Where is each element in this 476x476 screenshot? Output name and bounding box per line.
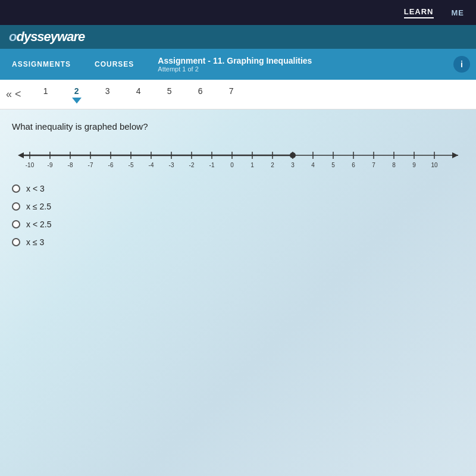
info-icon[interactable]: i	[453, 56, 470, 73]
svg-text:-8: -8	[68, 162, 73, 168]
radio-d[interactable]	[12, 238, 20, 246]
svg-text:-9: -9	[48, 162, 53, 168]
svg-text:-3: -3	[169, 162, 174, 168]
number-line-svg: -10 -9 -8 -7 -6 -5 -4 -3 -2 -1 0 1 2	[12, 142, 464, 172]
choice-d-text: x ≤ 3	[26, 237, 44, 247]
choice-a[interactable]: x < 3	[12, 184, 464, 193]
svg-text:-6: -6	[108, 162, 114, 168]
num-6[interactable]: 6	[185, 86, 216, 96]
num-7[interactable]: 7	[216, 86, 247, 96]
assignment-title: Assignment - 11. Graphing Inequalities	[158, 56, 441, 65]
svg-text:1: 1	[250, 162, 254, 168]
svg-text:3: 3	[291, 162, 295, 168]
num-4[interactable]: 4	[123, 86, 154, 96]
question-number-line: -10 -9 -8 -7 -6 -5 -4 -3 -2 -1 0 1 2	[12, 142, 464, 172]
svg-text:-4: -4	[149, 162, 154, 168]
brand-logo: odysseyware	[9, 29, 84, 45]
nav-learn[interactable]: LEARN	[404, 7, 434, 18]
num-3[interactable]: 3	[92, 86, 123, 96]
radio-c[interactable]	[12, 220, 20, 228]
choice-b[interactable]: x ≤ 2.5	[12, 202, 464, 211]
svg-text:8: 8	[392, 162, 396, 168]
question-text: What inequality is graphed below?	[12, 121, 464, 131]
svg-text:9: 9	[412, 162, 416, 168]
nav-me[interactable]: ME	[452, 8, 465, 17]
brand-bar: odysseyware	[0, 25, 476, 49]
assignment-info: Assignment - 11. Graphing Inequalities A…	[146, 56, 453, 73]
svg-text:2: 2	[271, 162, 274, 168]
number-line-nav: « < 1 2 3 4 5 6 7	[0, 80, 476, 109]
nav-left[interactable]: <	[15, 88, 21, 101]
choice-a-text: x < 3	[26, 184, 45, 193]
svg-text:6: 6	[352, 162, 355, 168]
svg-text:7: 7	[372, 162, 375, 168]
main-content: What inequality is graphed below? -10 -9…	[0, 109, 476, 476]
nav-assignments[interactable]: ASSIGNMENTS	[0, 49, 83, 80]
num-5[interactable]: 5	[154, 86, 185, 96]
svg-text:-1: -1	[209, 162, 215, 168]
nav-double-left[interactable]: «	[6, 88, 12, 101]
radio-a[interactable]	[12, 184, 20, 193]
svg-text:-10: -10	[26, 162, 35, 168]
answer-choices: x < 3 x ≤ 2.5 x < 2.5 x ≤ 3	[12, 184, 464, 247]
choice-d[interactable]: x ≤ 3	[12, 237, 464, 247]
choice-b-text: x ≤ 2.5	[26, 202, 51, 211]
svg-text:0: 0	[230, 162, 234, 168]
choice-c-text: x < 2.5	[26, 220, 51, 229]
svg-text:4: 4	[311, 162, 315, 168]
svg-text:10: 10	[431, 162, 438, 168]
num-2[interactable]: 2	[61, 86, 92, 104]
top-nav: LEARN ME	[0, 0, 476, 25]
svg-marker-45	[452, 152, 458, 158]
sub-nav: ASSIGNMENTS COURSES Assignment - 11. Gra…	[0, 49, 476, 80]
choice-c[interactable]: x < 2.5	[12, 220, 464, 229]
radio-b[interactable]	[12, 202, 20, 211]
svg-text:-2: -2	[189, 162, 195, 168]
num-1[interactable]: 1	[30, 86, 61, 96]
svg-text:-5: -5	[129, 162, 134, 168]
svg-text:5: 5	[331, 162, 335, 168]
svg-text:-7: -7	[88, 162, 93, 168]
nav-courses[interactable]: COURSES	[83, 49, 146, 80]
nav-arrows: « <	[6, 88, 21, 101]
assignment-attempt: Attempt 1 of 2	[158, 65, 441, 73]
